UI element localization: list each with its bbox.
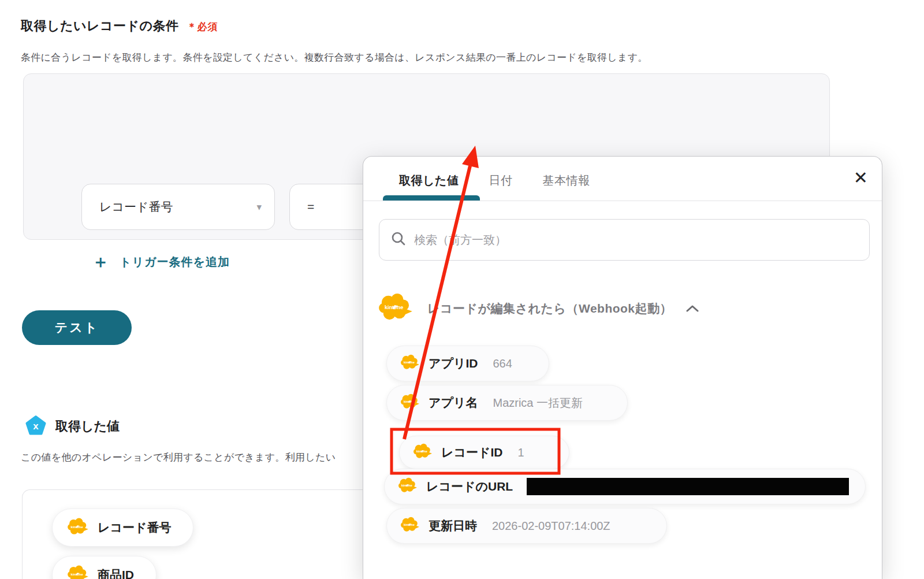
chevron-down-icon: ▾ — [256, 201, 262, 213]
kintone-icon: kintone — [401, 517, 419, 535]
kintone-icon: kintone — [401, 394, 419, 412]
condition-title-text: 取得したいレコードの条件 — [21, 18, 179, 33]
active-tab-underline — [383, 195, 480, 201]
popup-value-item[interactable]: kintone レコードのURL — [384, 469, 866, 504]
close-icon[interactable]: ✕ — [854, 169, 868, 187]
redacted-value-bar — [527, 478, 849, 495]
popup-value-item[interactable]: kintone 更新日時 2026-02-09T07:14:00Z — [386, 508, 667, 544]
kintone-icon: kintone — [68, 565, 88, 579]
item-label: アプリ名 — [429, 395, 478, 411]
popup-value-item-highlighted[interactable]: kintone レコードID 1 — [399, 436, 569, 469]
retrieved-values-description: この値を他のオペレーションで利用することができます。利用したい — [21, 451, 336, 464]
tabs-divider — [363, 201, 882, 201]
svg-text:kintone: kintone — [385, 305, 403, 310]
tab-retrieved-values[interactable]: 取得した値 — [399, 173, 459, 188]
add-trigger-condition-button[interactable]: ＋ トリガー条件を追加 — [92, 253, 230, 270]
page: 取得したいレコードの条件＊必須 条件に合うレコードを取得します。条件を設定してく… — [0, 0, 924, 579]
operator-dropdown-value: = — [307, 200, 314, 214]
condition-section-description: 条件に合うレコードを取得します。条件を設定してください。複数行合致する場合は、レ… — [21, 51, 648, 64]
tab-date[interactable]: 日付 — [489, 173, 512, 188]
svg-text:kintone: kintone — [404, 400, 415, 403]
item-value: 1 — [517, 446, 524, 459]
item-label: レコードID — [441, 444, 502, 461]
trigger-group-title: レコードが編集されたら（Webhook起動） — [427, 300, 672, 317]
kintone-icon: kintone — [413, 443, 432, 462]
retrieved-values-title: 取得した値 — [55, 418, 120, 435]
field-dropdown[interactable]: レコード番号 ▾ — [81, 184, 275, 230]
kintone-icon: kintone — [401, 354, 419, 373]
svg-text:kintone: kintone — [404, 361, 415, 364]
kintone-icon: kintone — [68, 518, 88, 538]
svg-text:kintone: kintone — [71, 525, 84, 528]
tab-basic-info[interactable]: 基本情報 — [542, 173, 590, 188]
item-label: 更新日時 — [429, 518, 477, 534]
item-label: アプリID — [429, 355, 478, 372]
required-badge: ＊必須 — [187, 21, 218, 32]
pentagon-x-icon: x — [25, 415, 46, 438]
popup-value-item[interactable]: kintone アプリID 664 — [386, 346, 549, 381]
popup-search-box — [379, 219, 870, 261]
retrieved-value-chip[interactable]: kintone 商品ID — [52, 556, 157, 579]
item-label: レコードのURL — [426, 478, 513, 495]
svg-text:kintone: kintone — [71, 572, 84, 576]
plus-icon: ＋ — [92, 253, 109, 270]
search-icon — [391, 231, 406, 248]
trigger-group-header[interactable]: kintone レコードが編集されたら（Webhook起動） — [379, 293, 699, 324]
svg-text:kintone: kintone — [416, 450, 427, 453]
svg-text:kintone: kintone — [401, 484, 412, 487]
retrieved-value-chip[interactable]: kintone レコード番号 — [52, 509, 193, 547]
chevron-up-icon — [686, 305, 699, 313]
field-dropdown-value: レコード番号 — [99, 199, 173, 215]
chip-label: レコード番号 — [98, 519, 171, 536]
item-value: 664 — [493, 357, 512, 370]
test-button[interactable]: テスト — [22, 310, 132, 345]
svg-text:x: x — [33, 421, 39, 432]
retrieved-values-header: x 取得した値 — [25, 415, 120, 438]
kintone-icon: kintone — [379, 293, 412, 324]
popup-search-input[interactable] — [414, 233, 858, 247]
value-picker-popup: 取得した値 日付 基本情報 ✕ — [363, 156, 882, 579]
popup-tabs: 取得した値 日付 基本情報 — [399, 173, 590, 188]
condition-section-title: 取得したいレコードの条件＊必須 — [21, 17, 218, 35]
kintone-icon: kintone — [398, 477, 417, 496]
item-value: 2026-02-09T07:14:00Z — [492, 519, 610, 533]
item-value: Mazrica 一括更新 — [493, 395, 583, 411]
popup-value-item[interactable]: kintone アプリ名 Mazrica 一括更新 — [386, 385, 628, 421]
chip-label: 商品ID — [98, 567, 134, 579]
svg-text:kintone: kintone — [404, 523, 415, 526]
add-trigger-condition-label: トリガー条件を追加 — [120, 254, 230, 270]
